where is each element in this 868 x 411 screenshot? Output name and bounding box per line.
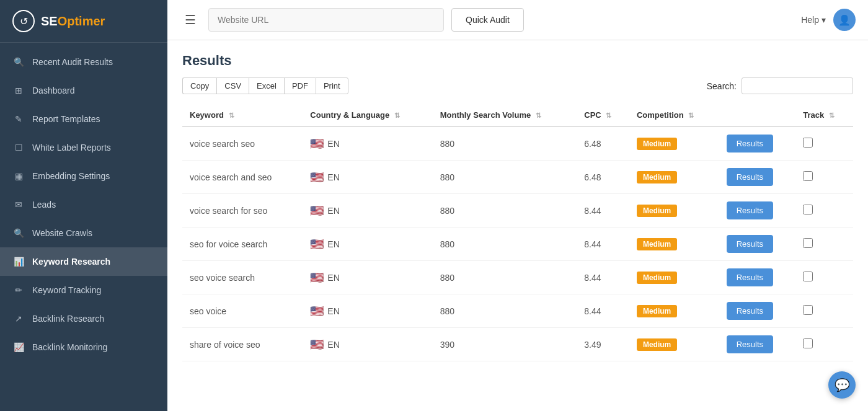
lang-code: EN (327, 206, 339, 216)
sidebar-item-recent-audit[interactable]: 🔍 Recent Audit Results (0, 48, 167, 76)
cell-results-action: Results (719, 228, 796, 261)
competition-badge: Medium (637, 171, 677, 183)
table-row: seo voice search 🇺🇸 EN 880 8.44 Medium R… (182, 261, 853, 294)
cell-competition: Medium (629, 228, 719, 261)
cell-track (795, 228, 853, 261)
col-header-results-action (719, 104, 796, 126)
lang-code: EN (327, 172, 339, 182)
cell-results-action: Results (719, 161, 796, 194)
sidebar-item-leads[interactable]: ✉ Leads (0, 190, 167, 219)
sidebar-label-white-label: White Label Reports (32, 143, 111, 152)
sort-icon-volume: ⇅ (536, 112, 541, 119)
results-button[interactable]: Results (727, 235, 773, 253)
cell-cpc: 8.44 (577, 228, 629, 261)
col-header-cpc[interactable]: CPC ⇅ (577, 104, 629, 126)
competition-badge: Medium (637, 338, 677, 351)
cell-country: 🇺🇸 EN (303, 328, 432, 361)
track-checkbox[interactable] (803, 305, 813, 315)
dashboard-icon: ⊞ (12, 84, 25, 97)
logo-area: ↺ SEOptimer (0, 0, 167, 43)
results-button[interactable]: Results (727, 168, 773, 186)
flag-icon: 🇺🇸 (310, 137, 324, 151)
sidebar-item-report-templates[interactable]: ✎ Report Templates (0, 105, 167, 133)
user-avatar[interactable]: 👤 (833, 9, 856, 31)
col-header-country[interactable]: Country & Language ⇅ (303, 104, 432, 126)
results-button[interactable]: Results (727, 335, 773, 353)
search-input[interactable] (742, 77, 853, 94)
cell-track (795, 294, 853, 328)
leads-icon: ✉ (12, 198, 25, 211)
backlink-research-icon: ↗ (12, 312, 25, 325)
cell-volume: 880 (433, 194, 577, 228)
track-checkbox[interactable] (803, 272, 813, 281)
competition-badge: Medium (637, 138, 677, 150)
table-row: share of voice seo 🇺🇸 EN 390 3.49 Medium… (182, 328, 853, 361)
export-excel-button[interactable]: Excel (249, 77, 284, 94)
cell-keyword: seo voice search (182, 261, 303, 294)
cell-track (795, 161, 853, 194)
cell-results-action: Results (719, 294, 796, 328)
quick-audit-button[interactable]: Quick Audit (451, 8, 524, 32)
hamburger-button[interactable]: ☰ (180, 10, 201, 30)
col-header-competition[interactable]: Competition ⇅ (629, 104, 719, 126)
cell-volume: 880 (433, 126, 577, 161)
track-checkbox[interactable] (803, 205, 813, 214)
topbar: ☰ Quick Audit Help ▾ 👤 (167, 0, 868, 40)
sidebar-item-white-label[interactable]: ☐ White Label Reports (0, 133, 167, 162)
flag-icon: 🇺🇸 (310, 271, 324, 285)
cell-volume: 880 (433, 261, 577, 294)
col-header-track[interactable]: Track ⇅ (795, 104, 853, 126)
cell-track (795, 261, 853, 294)
cell-keyword: voice search and seo (182, 161, 303, 194)
sidebar-item-website-crawls[interactable]: 🔍 Website Crawls (0, 219, 167, 247)
track-checkbox[interactable] (803, 238, 813, 248)
track-checkbox[interactable] (803, 171, 813, 181)
chat-button[interactable]: 💬 (828, 371, 856, 399)
cell-competition: Medium (629, 161, 719, 194)
results-button[interactable]: Results (727, 302, 773, 320)
sidebar-item-dashboard[interactable]: ⊞ Dashboard (0, 76, 167, 105)
sidebar-item-backlink-monitoring[interactable]: 📈 Backlink Monitoring (0, 333, 167, 361)
table-row: voice search and seo 🇺🇸 EN 880 6.48 Medi… (182, 161, 853, 194)
website-crawls-icon: 🔍 (12, 227, 25, 239)
col-header-volume[interactable]: Monthly Search Volume ⇅ (433, 104, 577, 126)
export-print-button[interactable]: Print (316, 77, 348, 94)
sidebar-item-backlink-research[interactable]: ↗ Backlink Research (0, 304, 167, 333)
results-button[interactable]: Results (727, 201, 773, 219)
sidebar-label-keyword-research: Keyword Research (32, 257, 110, 267)
export-pdf-button[interactable]: PDF (284, 77, 316, 94)
cell-competition: Medium (629, 194, 719, 228)
export-csv-button[interactable]: CSV (216, 77, 249, 94)
app-name: SEOptimer (41, 14, 105, 29)
main-area: ☰ Quick Audit Help ▾ 👤 Results CopyCSVEx… (167, 0, 868, 411)
cell-cpc: 6.48 (577, 161, 629, 194)
sidebar-label-backlink-monitoring: Backlink Monitoring (32, 342, 107, 352)
url-input[interactable] (208, 8, 444, 32)
sort-icon-track: ⇅ (829, 112, 835, 119)
results-button[interactable]: Results (727, 268, 773, 286)
help-button[interactable]: Help ▾ (801, 15, 826, 25)
sidebar-item-keyword-tracking[interactable]: ✏ Keyword Tracking (0, 276, 167, 304)
cell-cpc: 8.44 (577, 294, 629, 328)
sidebar-label-recent-audit: Recent Audit Results (32, 57, 113, 67)
flag-icon: 🇺🇸 (310, 237, 324, 251)
cell-cpc: 8.44 (577, 261, 629, 294)
col-header-keyword[interactable]: Keyword ⇅ (182, 104, 303, 126)
cell-country: 🇺🇸 EN (303, 126, 432, 161)
main-content: Results CopyCSVExcelPDFPrintSearch: Keyw… (167, 40, 868, 411)
cell-country: 🇺🇸 EN (303, 194, 432, 228)
table-row: seo voice 🇺🇸 EN 880 8.44 Medium Results (182, 294, 853, 328)
track-checkbox[interactable] (803, 138, 813, 148)
backlink-monitoring-icon: 📈 (12, 341, 25, 353)
results-button[interactable]: Results (727, 135, 773, 152)
cell-volume: 880 (433, 294, 577, 328)
sidebar-item-keyword-research[interactable]: 📊 Keyword Research (0, 247, 167, 276)
export-copy-button[interactable]: Copy (182, 77, 216, 94)
keyword-research-icon: 📊 (12, 255, 25, 268)
sidebar-item-embedding-settings[interactable]: ▦ Embedding Settings (0, 162, 167, 190)
sidebar-label-keyword-tracking: Keyword Tracking (32, 285, 101, 295)
sort-icon-keyword: ⇅ (229, 112, 234, 119)
cell-results-action: Results (719, 194, 796, 228)
cell-results-action: Results (719, 328, 796, 361)
track-checkbox[interactable] (803, 338, 813, 348)
